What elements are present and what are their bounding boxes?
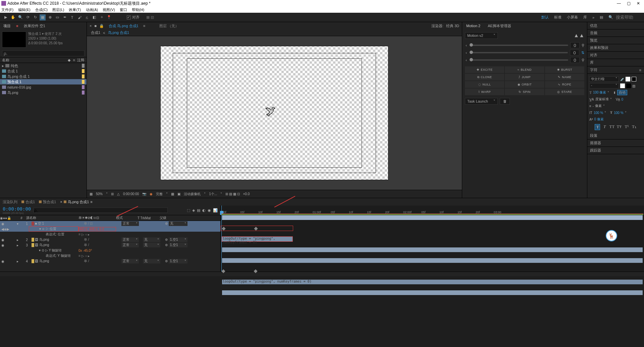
timeline-tab[interactable]: 预合成1 (39, 199, 56, 205)
character-panel-header[interactable]: 字符≡ (587, 66, 644, 74)
slider-1[interactable] (470, 45, 568, 46)
project-tab[interactable]: 项目 (2, 23, 12, 29)
timeline-tracks[interactable]: 00f05f10f15f20f01:00f05f10f15f20f02:00f0… (221, 206, 644, 272)
alpha-toggle-icon[interactable]: ▦ (90, 192, 93, 196)
slider-2-input[interactable] (570, 50, 579, 56)
tool-rope[interactable]: ∿ ROPE (545, 81, 584, 88)
snap-checkbox[interactable] (127, 15, 131, 19)
lock-icon[interactable]: 🔒 (99, 24, 104, 28)
puppet-tool-icon[interactable]: 📍 (106, 14, 112, 20)
bold-button[interactable]: T (595, 124, 600, 130)
slider-2[interactable] (470, 52, 568, 53)
text-tool-icon[interactable]: T (69, 14, 75, 20)
menu-edit[interactable]: 编辑(E) (18, 7, 31, 12)
tool-spin[interactable]: ↻ SPIN (505, 89, 544, 95)
workspace-overflow-icon[interactable]: » (592, 15, 594, 19)
resolution-dropdown[interactable]: 完整 (156, 192, 163, 196)
paragraph-panel-header[interactable]: 段落 (587, 132, 644, 139)
layer-row[interactable]: 表达式: Y 轴旋转 = ▷ ○ ▸ (0, 253, 220, 258)
workspace-library[interactable]: 库 (583, 15, 587, 20)
slider-reset[interactable]: ‹ (465, 58, 468, 62)
col-note[interactable]: 注释 (77, 58, 85, 63)
superscript-button[interactable]: T¹ (624, 124, 630, 130)
kerning[interactable]: 度量标准 (595, 97, 609, 102)
menu-composition[interactable]: 合成(C) (35, 7, 48, 12)
tracker-panel-header[interactable]: 跟踪器 (587, 147, 644, 154)
tracking[interactable]: 0 (622, 98, 624, 101)
workspace-small[interactable]: 小屏幕 (567, 15, 578, 20)
brush-tool-icon[interactable]: 🖌 (76, 14, 83, 20)
slider-3[interactable] (470, 59, 568, 61)
link-icon[interactable]: ⇅ (581, 51, 584, 55)
current-timecode[interactable]: 0:00:00:00 (3, 206, 31, 212)
graph-editor-icon[interactable]: 📊 (213, 208, 218, 213)
layer-viewer-tab[interactable]: 图层 （无） (157, 23, 181, 29)
anchor-tool-icon[interactable]: ⊕ (47, 14, 53, 20)
camera-tool-icon[interactable]: ▦ (40, 14, 46, 20)
font-style-dropdown[interactable]: -˅ (589, 83, 619, 89)
tool-burst[interactable]: ✺ BURST (545, 66, 584, 73)
timeline-tab[interactable]: × 鸟.png 合成1 ≡ (60, 199, 92, 205)
help-search-input[interactable] (614, 15, 641, 20)
menu-animation[interactable]: 动画(A) (86, 7, 98, 12)
layer-row[interactable]: ◉▸ 4 🖼 鸟.png 单 / 正常˅ 无˅ ⊚ 1.空1˅ (0, 258, 220, 264)
selection-tool-icon[interactable]: ▶ (3, 14, 9, 20)
orbit-tool-icon[interactable]: ⟳ (25, 14, 31, 20)
zoom-dropdown[interactable]: 50% (96, 192, 103, 196)
current-time[interactable]: 0:00:00:00 (123, 192, 139, 196)
snapshot-icon[interactable]: 📷 (142, 192, 146, 196)
project-item-comp[interactable]: 合成 1 (0, 68, 87, 74)
fill-swatch[interactable] (626, 77, 630, 81)
motion2-tab[interactable]: Motion 2 (465, 23, 482, 28)
project-item-file[interactable]: 鸟.png (0, 90, 87, 95)
font-size[interactable]: 100 像素 (593, 90, 606, 95)
comp-viewer-tab[interactable]: 合成 鸟.png 合成1 (107, 23, 141, 29)
subscript-button[interactable]: T₁ (632, 124, 637, 130)
project-item-file[interactable]: nature-016.jpg (0, 84, 87, 90)
layer-row[interactable]: 表达式: 位置 = ▷ ○ ▸ (0, 232, 220, 237)
layer-row[interactable]: ◉▸ 2 🖼 鸟.png 单 / 正常˅ 无˅ ⊚ 1.空1˅ (0, 237, 220, 242)
menu-help[interactable]: 帮助(H) (132, 7, 144, 12)
motion-blur-icon[interactable]: ◉ (208, 208, 211, 213)
tool-clone[interactable]: ⧉ CLONE (465, 74, 504, 80)
layer-row[interactable]: ◀◈▶ ▾ ⊙ ▷ 位置 960.0, 496.0, 0.0 (0, 226, 220, 232)
audio-panel-header[interactable]: 音频 (587, 30, 644, 37)
mask-mode-icon[interactable]: ▦ ▧ (146, 15, 154, 19)
camera-dropdown[interactable]: 活动摄像机 (184, 192, 201, 196)
tool-jump[interactable]: ⤴ JUMP (505, 74, 544, 80)
col-mode[interactable]: 模式 (116, 216, 138, 220)
breadcrumb-item[interactable]: 鸟.png 合成1 (108, 30, 129, 35)
menu-layer[interactable]: 图层(L) (52, 7, 64, 12)
vscale[interactable]: 100 % (594, 111, 603, 115)
allcaps-button[interactable]: TT (609, 124, 615, 130)
draft3d-icon[interactable]: ◈ (192, 208, 195, 213)
project-item-folder[interactable]: ▸纯色 (0, 63, 87, 68)
hscale[interactable]: 100 % (614, 111, 623, 115)
bird-layer[interactable]: 🕊 (264, 104, 277, 118)
workspace-standard[interactable]: 标准 (554, 15, 561, 20)
effects-panel-header[interactable]: 效果和预设 (587, 44, 644, 52)
comp-thumbnail[interactable] (2, 32, 26, 48)
tool-stare[interactable]: ◎ STARE (545, 89, 584, 95)
slider-reset[interactable]: ‹ (465, 43, 468, 47)
col-parent[interactable]: 父级 (160, 216, 186, 220)
library-panel-header[interactable]: 库 (587, 59, 644, 66)
info-panel-header[interactable]: 信息 (587, 22, 644, 30)
project-item-comp[interactable]: 预合成 1 (0, 79, 87, 84)
motion-preset-dropdown[interactable]: Motion v2˅ (465, 32, 498, 39)
tool-null[interactable]: ◌ NULL (465, 81, 504, 88)
script-manager-tab[interactable]: AE脚本管理器 (486, 23, 513, 29)
col-name[interactable]: 名称 (2, 58, 68, 63)
slider-3-input[interactable] (570, 57, 580, 63)
baseline[interactable]: 0 像素 (594, 117, 603, 122)
smallcaps-button[interactable]: Tᴛ (617, 124, 622, 130)
tool-name[interactable]: ✎ NAME (545, 74, 584, 80)
menu-window[interactable]: 窗口 (120, 7, 127, 12)
slider-1-input[interactable] (570, 42, 580, 48)
no-stroke-icon[interactable]: ▨ (632, 84, 635, 88)
maximize-button[interactable]: ▢ (627, 1, 631, 6)
delete-button[interactable]: 🗑 (500, 98, 510, 105)
rotate-tool-icon[interactable]: ↻ (32, 14, 38, 20)
tool-excite[interactable]: ✚ EXCITE (465, 66, 504, 73)
tool-warp[interactable]: ⌇ WARP (465, 89, 504, 95)
